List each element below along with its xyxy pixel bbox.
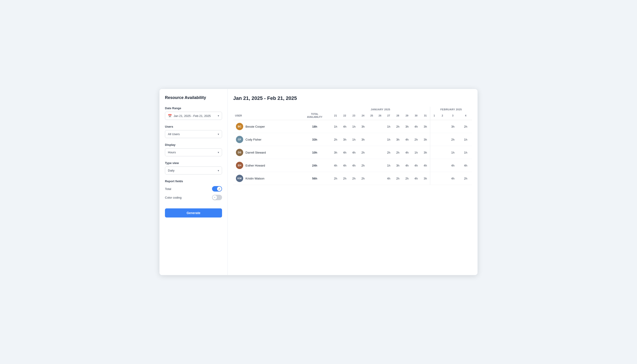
total-toggle[interactable]: ✓ — [212, 186, 222, 192]
user-cell-3: EH Esther Howard — [233, 159, 298, 172]
jan23-cell-3: 4h — [349, 159, 358, 172]
jan21-cell-3: 4h — [331, 159, 340, 172]
jan29-cell-0: 3h — [402, 120, 412, 133]
total-cell-1: 33h — [298, 133, 331, 146]
color-coding-toggle-label: Color coding — [165, 196, 182, 199]
table-row: CF Cody Fisher 33h 2h3h1h3h1h3h4h2h3h2h1… — [233, 133, 472, 146]
jan21-cell-1: 2h — [331, 133, 340, 146]
february-month-header: FEBRUARY 2025 — [430, 107, 472, 111]
chevron-down-icon: ▾ — [218, 151, 219, 154]
jan26-header: 26 — [376, 111, 384, 120]
jan21-cell-4: 2h — [331, 172, 340, 185]
feb4-cell-1: 1h — [459, 133, 472, 146]
report-fields-title: Report fields — [165, 180, 222, 183]
jan26-cell-4 — [376, 172, 384, 185]
user-name-0: Bessie Cooper — [246, 125, 265, 128]
calendar-icon: 📅 — [168, 114, 172, 118]
feb4-cell-2: 1h — [459, 146, 472, 159]
feb1-header: 1 — [430, 111, 438, 120]
date-range-label: Date Range — [165, 106, 222, 110]
jan30-cell-0: 4h — [412, 120, 421, 133]
jan28-cell-0: 2h — [393, 120, 402, 133]
jan25-cell-0 — [368, 120, 376, 133]
user-cell-2: DS Darrell Steward — [233, 146, 298, 159]
jan22-cell-3: 4h — [340, 159, 349, 172]
feb2-cell-3 — [438, 159, 446, 172]
feb3-cell-2: 1h — [446, 146, 459, 159]
total-toggle-row: Total ✓ — [165, 186, 222, 192]
jan27-cell-1: 1h — [384, 133, 393, 146]
column-header-row: USER TOTALAVAILABILITY 21 22 23 24 25 26… — [233, 111, 472, 120]
jan31-cell-2: 3h — [421, 146, 430, 159]
type-view-select[interactable]: Daily ▾ — [165, 166, 222, 174]
jan29-header: 29 — [402, 111, 412, 120]
users-label: Users — [165, 125, 222, 128]
availability-table: JANUARY 2025 FEBRUARY 2025 USER TOTALAVA… — [233, 107, 472, 185]
feb3-cell-1: 2h — [446, 133, 459, 146]
jan28-cell-3: 3h — [393, 159, 402, 172]
jan25-cell-2 — [368, 146, 376, 159]
jan24-cell-1: 3h — [358, 133, 368, 146]
feb4-cell-3: 4h — [459, 159, 472, 172]
main-title: Jan 21, 2025 - Feb 21, 2025 — [233, 95, 472, 101]
sidebar-title: Resource Availability — [165, 95, 222, 100]
jan25-header: 25 — [368, 111, 376, 120]
user-col-subheader: USER — [233, 111, 298, 120]
jan25-cell-4 — [368, 172, 376, 185]
jan28-cell-1: 3h — [393, 133, 402, 146]
sidebar: Resource Availability Date Range 📅 Jan 2… — [160, 89, 228, 275]
jan27-cell-3: 1h — [384, 159, 393, 172]
jan21-cell-0: 1h — [331, 120, 340, 133]
jan30-header: 30 — [412, 111, 421, 120]
generate-button[interactable]: Generate — [165, 208, 222, 218]
jan24-cell-0: 3h — [358, 120, 368, 133]
jan27-cell-2: 2h — [384, 146, 393, 159]
feb4-cell-0: 2h — [459, 120, 472, 133]
display-value: Hours — [168, 150, 176, 154]
jan27-cell-4: 4h — [384, 172, 393, 185]
jan30-cell-3: 4h — [412, 159, 421, 172]
feb3-cell-3: 4h — [446, 159, 459, 172]
feb4-header: 4 — [459, 111, 472, 120]
jan24-cell-4: 2h — [358, 172, 368, 185]
date-range-input[interactable]: 📅 Jan 21, 2025 - Feb 21, 2025 ▾ — [165, 112, 222, 120]
jan23-cell-4: 2h — [349, 172, 358, 185]
user-name-2: Darrell Steward — [246, 151, 266, 154]
jan21-cell-2: 3h — [331, 146, 340, 159]
jan24-cell-2: 2h — [358, 146, 368, 159]
users-select[interactable]: All Users ▾ — [165, 130, 222, 138]
report-fields-section: Report fields Total ✓ Color coding — [165, 180, 222, 200]
jan25-cell-3 — [368, 159, 376, 172]
date-range-value: Jan 21, 2025 - Feb 21, 2025 — [174, 114, 211, 118]
feb3-header: 3 — [446, 111, 459, 120]
app-container: Resource Availability Date Range 📅 Jan 2… — [159, 89, 478, 275]
jan31-cell-3: 4h — [421, 159, 430, 172]
user-cell-1: CF Cody Fisher — [233, 133, 298, 146]
jan29-cell-4: 2h — [402, 172, 412, 185]
display-group: Display Hours ▾ — [165, 143, 222, 156]
user-name-4: Kristin Watson — [246, 177, 264, 180]
jan29-cell-1: 4h — [402, 133, 412, 146]
user-col-header — [233, 107, 298, 111]
chevron-down-icon: ▾ — [218, 133, 219, 136]
jan23-header: 23 — [349, 111, 358, 120]
jan28-cell-2: 2h — [393, 146, 402, 159]
color-coding-toggle[interactable] — [212, 195, 222, 200]
feb1-cell-4 — [430, 172, 438, 185]
date-range-group: Date Range 📅 Jan 21, 2025 - Feb 21, 2025… — [165, 106, 222, 120]
total-cell-4: 56h — [298, 172, 331, 185]
total-cell-3: 24h — [298, 159, 331, 172]
total-toggle-label: Total — [165, 187, 171, 191]
january-month-header: JANUARY 2025 — [331, 107, 430, 111]
jan22-cell-0: 4h — [340, 120, 349, 133]
jan24-cell-3: 2h — [358, 159, 368, 172]
feb1-cell-1 — [430, 133, 438, 146]
chevron-down-icon: ▾ — [218, 169, 219, 172]
jan29-cell-2: 4h — [402, 146, 412, 159]
display-select[interactable]: Hours ▾ — [165, 148, 222, 156]
feb2-cell-0 — [438, 120, 446, 133]
feb4-cell-4: 2h — [459, 172, 472, 185]
jan26-cell-0 — [376, 120, 384, 133]
feb3-cell-0: 3h — [446, 120, 459, 133]
chevron-down-icon: ▾ — [218, 114, 219, 118]
